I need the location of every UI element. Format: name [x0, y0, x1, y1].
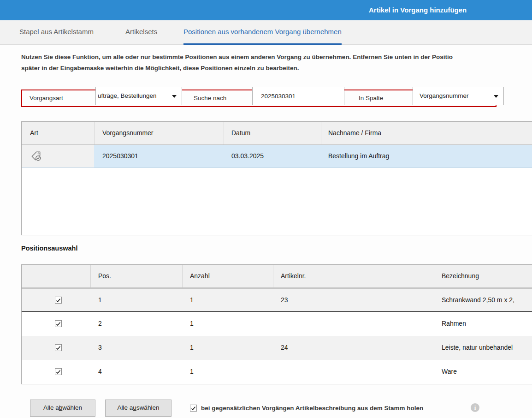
column-header-anzahl: Anzahl	[190, 265, 210, 287]
vorgang-table-row[interactable]: 2025030301 03.03.2025 Bestellung im Auft…	[22, 145, 532, 168]
column-divider	[434, 265, 434, 287]
cell-pos: 2	[98, 312, 102, 335]
stamm-checkbox-label: bei gegensätzlichen Vorgängen Artikelbes…	[201, 400, 423, 417]
cell-vorgangsnummer: 2025030301	[102, 145, 138, 167]
column-header-pos: Pos.	[98, 265, 111, 287]
button-label-part: wählen	[62, 404, 82, 411]
cell-pos: 3	[98, 336, 102, 359]
column-header-bezeichnung: Bezeichnung	[442, 265, 479, 287]
column-header-art: Art	[30, 122, 38, 144]
cell-bezeichnung: Ware	[442, 360, 457, 383]
vorgangsart-label: Vorgangsart	[30, 90, 63, 107]
cell-anzahl: 1	[190, 336, 194, 359]
dialog-titlebar: Artikel in Vorgang hinzufügen	[0, 0, 532, 20]
art-cell	[22, 145, 94, 167]
in-spalte-select[interactable]: Vorgangsnummer	[413, 87, 504, 105]
positions-table: Pos. Anzahl Artikelnr. Bezeichnung 1 1 2…	[21, 264, 532, 384]
check-icon	[55, 321, 61, 327]
button-accesskey: u	[133, 404, 136, 411]
button-label-part: swählen	[136, 404, 160, 411]
button-label-part: Alle a	[43, 404, 59, 411]
stamm-checkbox[interactable]	[190, 405, 197, 412]
column-divider	[321, 122, 321, 144]
vorgangsart-select[interactable]: ufträge, Bestellungen	[95, 87, 182, 105]
column-header-datum: Datum	[231, 122, 250, 144]
dropdown-arrow-icon	[494, 95, 498, 98]
tab-positionen-uebernehmen[interactable]: Positionen aus vorhandenem Vorgang übern…	[183, 20, 342, 45]
intro-line-1: Nutzen Sie diese Funktion, um alle oder …	[21, 52, 532, 63]
search-input[interactable]	[252, 87, 344, 105]
info-icon[interactable]	[471, 403, 479, 412]
cell-anzahl: 1	[190, 288, 194, 312]
tab-stapel-aus-artikelstamm[interactable]: Stapel aus Artikelstamm	[19, 20, 94, 45]
intro-text: Nutzen Sie diese Funktion, um alle oder …	[21, 52, 532, 74]
row-checkbox[interactable]	[55, 297, 62, 304]
position-row[interactable]: 4 1 Ware	[22, 360, 532, 384]
cell-pos: 4	[98, 360, 102, 383]
suche-nach-label: Suche nach	[194, 90, 226, 107]
column-header-vorgangsnummer: Vorgangsnummer	[102, 122, 154, 144]
in-spalte-label: In Spalte	[359, 90, 383, 107]
column-divider	[94, 122, 95, 144]
deselect-all-button[interactable]: Alle abwählen	[30, 400, 95, 417]
column-divider	[90, 265, 91, 287]
positionsauswahl-heading: Positionsauswahl	[21, 245, 77, 252]
dialog-title: Artikel in Vorgang hinzufügen	[369, 0, 467, 20]
cell-anzahl: 1	[190, 312, 194, 335]
row-checkbox[interactable]	[55, 344, 62, 351]
column-divider	[224, 122, 224, 144]
cell-anzahl: 1	[190, 360, 194, 383]
cell-bezeichnung: Leiste, natur unbehandel	[442, 336, 513, 359]
cell-artikelnr: 24	[281, 336, 288, 359]
dropdown-arrow-icon	[172, 95, 177, 98]
vorgang-table: Art Vorgangsnummer Datum Nachname / Firm…	[21, 121, 532, 235]
cell-pos: 1	[98, 288, 102, 312]
in-spalte-select-value: Vorgangsnummer	[413, 87, 492, 105]
column-header-artikelnr: Artikelnr.	[281, 265, 306, 287]
row-checkbox[interactable]	[55, 368, 62, 375]
tag-check-icon	[30, 150, 42, 162]
cell-artikelnr: 23	[281, 288, 288, 312]
check-icon	[190, 406, 196, 412]
cell-bezeichnung: Schrankwand 2,50 m x 2,	[442, 288, 514, 312]
column-divider	[182, 265, 183, 287]
cell-nachname-firma: Bestellung im Auftrag	[328, 145, 389, 167]
cell-datum: 03.03.2025	[231, 145, 264, 167]
intro-line-2: später in der Eingabemaske weiterhin die…	[21, 63, 532, 74]
position-row[interactable]: 1 1 23 Schrankwand 2,50 m x 2,	[22, 288, 532, 312]
row-checkbox[interactable]	[55, 320, 62, 327]
tab-artikelsets[interactable]: Artikelsets	[125, 20, 157, 45]
position-row[interactable]: 2 1 Rahmen	[22, 312, 532, 336]
tab-strip: Stapel aus Artikelstamm Artikelsets Posi…	[0, 20, 532, 45]
check-icon	[55, 369, 61, 375]
check-icon	[55, 298, 61, 304]
column-divider	[273, 265, 273, 287]
positions-table-header: Pos. Anzahl Artikelnr. Bezeichnung	[22, 265, 532, 288]
vorgang-table-header: Art Vorgangsnummer Datum Nachname / Firm…	[22, 122, 532, 145]
column-header-nachname-firma: Nachname / Firma	[328, 122, 381, 144]
position-row[interactable]: 3 1 24 Leiste, natur unbehandel	[22, 336, 532, 360]
check-icon	[55, 345, 61, 351]
select-all-button[interactable]: Alle auswählen	[105, 400, 171, 417]
button-label-part: Alle a	[118, 404, 133, 411]
vorgangsart-select-value: ufträge, Bestellungen	[96, 87, 171, 105]
cell-bezeichnung: Rahmen	[442, 312, 466, 335]
